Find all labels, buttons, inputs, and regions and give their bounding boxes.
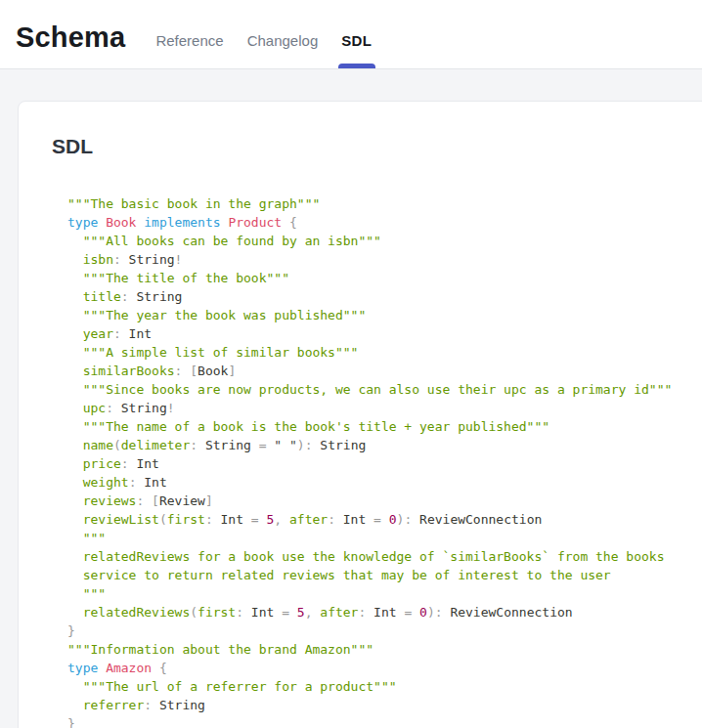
code-line: """The year the book was published""" xyxy=(67,306,702,324)
code-line: price: Int xyxy=(67,454,702,473)
code-line: referrer: String xyxy=(67,696,702,714)
code-line: type Book implements Product { xyxy=(67,213,702,232)
code-line: """ xyxy=(67,584,702,603)
code-line: similarBooks: [Book] xyxy=(67,362,702,380)
main-content: SDL """The basic book in the graph"""typ… xyxy=(0,69,702,728)
active-tab-underline xyxy=(338,64,375,68)
code-line: relatedReviews for a book use the knowle… xyxy=(67,547,702,566)
code-line: """Information about the brand Amazon""" xyxy=(67,640,702,659)
code-line: name(delimeter: String = " "): String xyxy=(67,436,702,454)
code-line: """Since books are now products, we can … xyxy=(67,380,702,399)
code-line: weight: Int xyxy=(67,473,702,492)
card-heading: SDL xyxy=(52,135,702,158)
code-line: """The title of the book""" xyxy=(67,269,702,287)
code-line: upc: String! xyxy=(67,399,702,417)
code-line: reviewList(first: Int = 5, after: Int = … xyxy=(67,510,702,529)
code-line: } xyxy=(67,621,702,640)
code-line: """The name of a book is the book's titl… xyxy=(67,417,702,436)
code-line: """The basic book in the graph""" xyxy=(67,194,702,213)
tab-sdl[interactable]: SDL xyxy=(341,12,372,68)
sdl-card: SDL """The basic book in the graph"""typ… xyxy=(18,101,702,728)
sdl-code: """The basic book in the graph"""type Bo… xyxy=(67,194,702,728)
tab-changelog[interactable]: Changelog xyxy=(247,12,319,68)
code-line: year: Int xyxy=(67,324,702,343)
code-line: """All books can be found by an isbn""" xyxy=(67,232,702,250)
code-line: isbn: String! xyxy=(67,250,702,269)
page-header: Schema ReferenceChangelogSDL xyxy=(0,0,702,69)
code-line: reviews: [Review] xyxy=(67,492,702,510)
code-line: service to return related reviews that m… xyxy=(67,566,702,584)
tab-bar: ReferenceChangelogSDL xyxy=(155,0,372,68)
code-line: relatedReviews(first: Int = 5, after: In… xyxy=(67,603,702,621)
code-line: """A simple list of similar books""" xyxy=(67,343,702,362)
tab-reference[interactable]: Reference xyxy=(155,12,223,68)
code-line: type Amazon { xyxy=(67,659,702,677)
page-title: Schema xyxy=(16,21,125,54)
code-line: """ xyxy=(67,529,702,547)
code-line: """The url of a referrer for a product""… xyxy=(67,677,702,696)
code-line: title: String xyxy=(67,287,702,306)
code-line: } xyxy=(67,714,702,728)
